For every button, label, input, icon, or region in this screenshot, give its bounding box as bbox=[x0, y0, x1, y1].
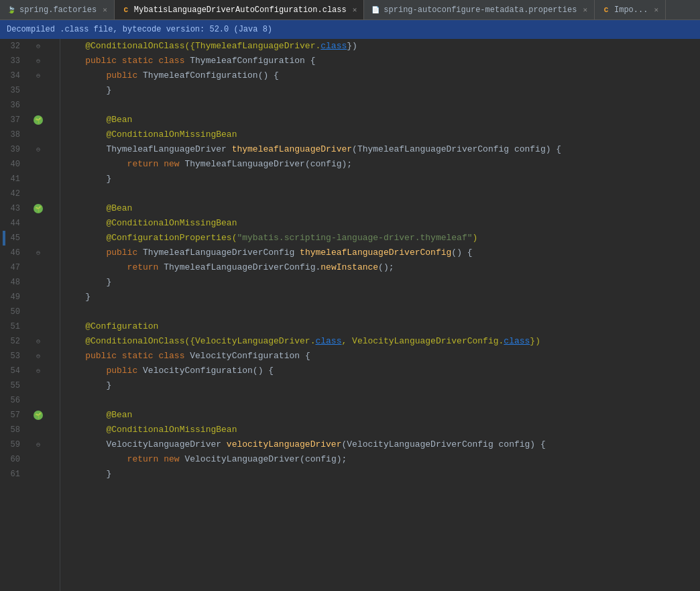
gutter-row-45: 45 bbox=[0, 231, 60, 246]
code-span: @Bean bbox=[64, 408, 132, 423]
code-span: , VelocityLanguageDriverConfig. bbox=[341, 334, 504, 349]
line-num-53: 53 bbox=[5, 352, 24, 361]
tab-import-label: Impo... bbox=[614, 5, 648, 15]
code-span: ThymeleafLanguageDriverConfig bbox=[143, 246, 300, 260]
fold-53[interactable]: ⊖ bbox=[34, 352, 43, 360]
code-span: newInstance bbox=[320, 260, 378, 275]
line-num-54: 54 bbox=[5, 366, 24, 376]
line-num-44: 44 bbox=[5, 219, 24, 228]
mybatis-driver-icon: C bbox=[121, 5, 131, 15]
code-line-48: } bbox=[64, 275, 700, 290]
fold-46[interactable]: ⊖ bbox=[34, 249, 43, 257]
fold-43: 🌱 bbox=[34, 204, 43, 213]
fold-33[interactable]: ⊖ bbox=[34, 57, 43, 65]
code-span: public bbox=[64, 246, 143, 260]
line-num-51: 51 bbox=[5, 322, 24, 331]
line-num-57: 57 bbox=[5, 411, 24, 420]
tab-mybatis-driver[interactable]: C MybatisLanguageDriverAutoConfiguration… bbox=[115, 0, 364, 20]
line-num-43: 43 bbox=[5, 204, 24, 213]
code-span: public bbox=[64, 349, 122, 364]
code-line-38: @ConditionalOnMissingBean bbox=[64, 127, 700, 142]
code-line-42 bbox=[64, 186, 700, 201]
gutter-row-56: 56 bbox=[0, 393, 60, 408]
line-num-41: 41 bbox=[5, 174, 24, 184]
gutter-row-53: 53 ⊖ bbox=[0, 349, 60, 364]
gutter-row-58: 58 bbox=[0, 423, 60, 437]
code-line-35: } bbox=[64, 83, 700, 98]
code-span: public bbox=[64, 68, 143, 83]
code-span: ThymeleafLanguageDriver(config); bbox=[184, 157, 352, 172]
code-span: return bbox=[64, 157, 164, 172]
code-span: thymeleafLanguageDriver bbox=[232, 142, 352, 157]
code-line-32: @ConditionalOnClass({ThymeleafLanguageDr… bbox=[64, 39, 700, 54]
gutter-row-32: 32 ⊖ bbox=[0, 39, 60, 54]
code-span: static bbox=[122, 54, 159, 68]
tab-spring-factories[interactable]: 🍃 spring.factories ✕ bbox=[0, 0, 115, 20]
class-link-52a[interactable]: class bbox=[315, 334, 341, 349]
line-num-56: 56 bbox=[5, 396, 24, 405]
line-num-49: 49 bbox=[5, 292, 24, 302]
code-span: @ConfigurationProperties( bbox=[64, 231, 237, 246]
class-link-52b[interactable]: class bbox=[504, 334, 530, 349]
code-line-54: public VelocityConfiguration() { bbox=[64, 364, 700, 378]
info-bar-text: Decompiled .class file, bytecode version… bbox=[7, 25, 272, 34]
gutter-row-50: 50 bbox=[0, 305, 60, 319]
editor: 32 ⊖ 33 ⊖ 34 ⊖ 35 36 bbox=[0, 39, 700, 591]
tab-spring-autoconfigure-close[interactable]: ✕ bbox=[583, 5, 587, 14]
code-editor[interactable]: @ConditionalOnClass({ThymeleafLanguageDr… bbox=[60, 39, 700, 591]
gutter-row-33: 33 ⊖ bbox=[0, 54, 60, 68]
code-span: @ConditionalOnMissingBean bbox=[64, 216, 237, 231]
code-line-34: public ThymeleafConfiguration() { bbox=[64, 68, 700, 83]
import-icon: C bbox=[601, 5, 611, 15]
code-span: VelocityLanguageDriver(config); bbox=[184, 452, 347, 467]
gutter-row-42: 42 bbox=[0, 186, 60, 201]
code-span: } bbox=[64, 172, 111, 186]
tab-spring-autoconfigure-label: spring-autoconfigure-metadata.properties bbox=[384, 5, 577, 15]
line-gutter: 32 ⊖ 33 ⊖ 34 ⊖ 35 36 bbox=[0, 39, 60, 591]
code-span: ThymeleafLanguageDriver bbox=[64, 142, 232, 157]
code-span: (); bbox=[378, 260, 394, 275]
code-span: }) bbox=[347, 39, 357, 54]
code-span: } bbox=[64, 467, 111, 482]
tab-import-close[interactable]: ✕ bbox=[654, 5, 658, 14]
fold-39[interactable]: ⊖ bbox=[34, 146, 43, 154]
gutter-row-38: 38 bbox=[0, 127, 60, 142]
tab-spring-autoconfigure[interactable]: 📄 spring-autoconfigure-metadata.properti… bbox=[364, 0, 595, 20]
code-line-58: @ConditionalOnMissingBean bbox=[64, 423, 700, 437]
class-link-32[interactable]: class bbox=[320, 39, 347, 54]
fold-54[interactable]: ⊖ bbox=[34, 367, 43, 375]
fold-32[interactable]: ⊖ bbox=[34, 42, 43, 50]
gutter-row-35: 35 bbox=[0, 83, 60, 98]
gutter-row-44: 44 bbox=[0, 216, 60, 231]
spring-bean-icon-57: 🌱 bbox=[34, 411, 43, 420]
gutter-row-57: 57 🌱 bbox=[0, 408, 60, 423]
code-span: return bbox=[64, 260, 164, 275]
line-num-39: 39 bbox=[5, 145, 24, 154]
tab-spring-factories-close[interactable]: ✕ bbox=[103, 5, 107, 14]
code-span: @ConditionalOnClass({VelocityLanguageDri… bbox=[64, 334, 315, 349]
line-num-50: 50 bbox=[5, 307, 24, 317]
code-line-57: @Bean bbox=[64, 408, 700, 423]
fold-59[interactable]: ⊖ bbox=[34, 441, 43, 449]
code-line-52: @ConditionalOnClass({VelocityLanguageDri… bbox=[64, 334, 700, 349]
gutter-row-34: 34 ⊖ bbox=[0, 68, 60, 83]
line-num-34: 34 bbox=[5, 71, 24, 80]
tab-bar: 🍃 spring.factories ✕ C MybatisLanguageDr… bbox=[0, 0, 700, 20]
code-span: velocityLanguageDriver bbox=[227, 437, 342, 452]
code-line-45: @ConfigurationProperties("mybatis.script… bbox=[64, 231, 700, 246]
gutter-row-48: 48 bbox=[0, 275, 60, 290]
gutter-row-59: 59 ⊖ bbox=[0, 437, 60, 452]
code-line-40: return new ThymeleafLanguageDriver(confi… bbox=[64, 157, 700, 172]
code-span: } bbox=[64, 290, 91, 305]
code-line-53: public static class VelocityConfiguratio… bbox=[64, 349, 700, 364]
tab-mybatis-driver-close[interactable]: ✕ bbox=[353, 5, 357, 14]
tab-import[interactable]: C Impo... ✕ bbox=[595, 0, 666, 20]
gutter-row-36: 36 bbox=[0, 98, 60, 113]
line-num-32: 32 bbox=[5, 42, 24, 51]
code-span: new bbox=[164, 157, 184, 172]
fold-52[interactable]: ⊖ bbox=[34, 337, 43, 345]
code-span: return bbox=[64, 452, 164, 467]
fold-34[interactable]: ⊖ bbox=[34, 72, 43, 80]
code-line-56 bbox=[64, 393, 700, 408]
code-span: @Configuration bbox=[64, 319, 158, 334]
